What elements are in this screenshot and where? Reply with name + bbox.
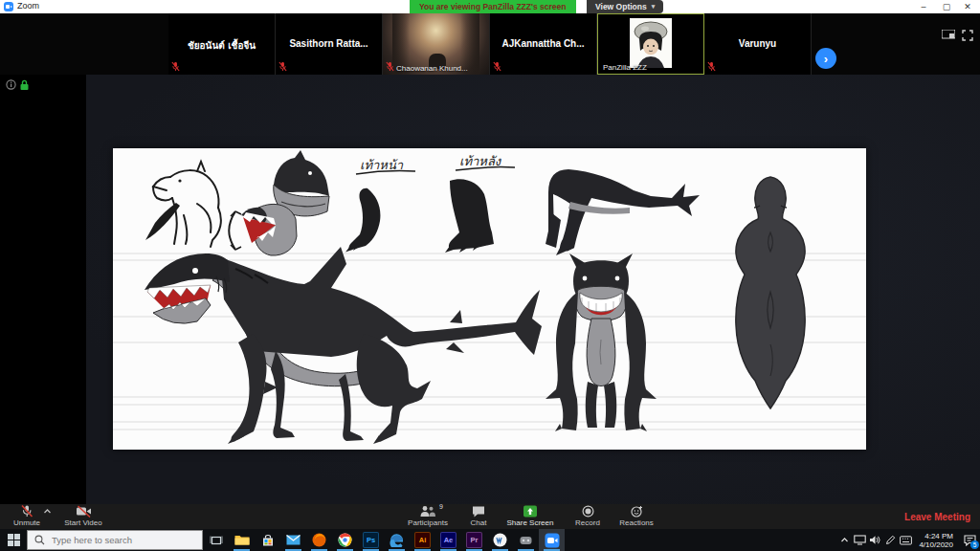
window-title: Zoom (17, 1, 39, 11)
taskbar-app-gray[interactable] (513, 529, 539, 551)
meeting-toolbar: Unmute Start Video 9 Participants (0, 504, 980, 529)
leave-meeting-label: Leave Meeting (904, 512, 970, 522)
record-button[interactable]: Record (567, 505, 609, 528)
tray-display[interactable] (852, 529, 867, 551)
annotation-labels: เท้าหน้า เท้าหลัง (356, 154, 515, 174)
notification-count-badge: 5 (970, 540, 979, 549)
taskbar-app-photoshop[interactable]: Ps (358, 529, 384, 551)
keyboard-icon (900, 536, 912, 545)
system-tray: 4:24 PM 4/10/2020 5 (836, 529, 980, 551)
participant-name: ชัยอนันต์ เชื้อจีน (168, 38, 275, 53)
taskbar-clock[interactable]: 4:24 PM 4/10/2020 (913, 532, 959, 549)
next-arrow-glyph: › (824, 52, 828, 66)
start-button[interactable] (0, 529, 27, 551)
taskbar-app-firefox[interactable] (306, 529, 332, 551)
taskbar-app-after-effects[interactable]: Ae (435, 529, 461, 551)
back-foot-label: เท้าหลัง (459, 154, 502, 168)
chat-label: Chat (471, 518, 487, 527)
next-participants-button[interactable]: › (815, 48, 836, 69)
taskbar-search-box[interactable] (27, 530, 203, 550)
taskbar-app-white-circle[interactable] (487, 529, 513, 551)
clock-date: 4/10/2020 (919, 540, 953, 549)
task-view-icon (210, 535, 223, 546)
character-sheet-canvas: เท้าหน้า เท้าหลัง (113, 148, 866, 450)
fullscreen-icon[interactable] (962, 30, 973, 41)
participant-tile[interactable]: ชัยอนันต์ เชื้อจีน (168, 13, 276, 75)
pen-icon (885, 535, 896, 545)
taskbar-app-edge[interactable] (384, 529, 410, 551)
participant-tile[interactable]: AJKannattha Ch... (490, 13, 597, 75)
photoshop-icon: Ps (363, 532, 379, 548)
record-label: Record (575, 518, 600, 527)
action-center-button[interactable]: 5 (959, 529, 980, 551)
taskbar-app-zoom[interactable] (539, 529, 565, 551)
mic-muted-icon (386, 61, 394, 72)
front-foot-study (345, 188, 380, 253)
participant-tile[interactable]: Sasithorn Ratta... (276, 13, 383, 75)
tray-volume[interactable] (867, 529, 882, 551)
taskbar-app-file-explorer[interactable] (229, 529, 255, 551)
top-view-silhouette (736, 177, 805, 408)
participants-button[interactable]: 9 Participants (402, 505, 454, 528)
pose-sketch (145, 162, 221, 247)
mail-icon (286, 535, 301, 545)
crouch-pose-silhouette (546, 169, 700, 255)
leave-meeting-button[interactable]: Leave Meeting (904, 504, 970, 529)
illustrator-icon: Ai (414, 532, 431, 548)
tray-chevron-up[interactable] (836, 529, 852, 551)
close-button[interactable]: ✕ (957, 0, 978, 13)
view-options-button[interactable]: View Options ▾ (587, 0, 663, 13)
task-view-button[interactable] (203, 529, 229, 551)
search-icon (34, 535, 45, 545)
unmute-label: Unmute (13, 518, 40, 527)
edge-icon (390, 533, 404, 547)
participant-strip: ชัยอนันต์ เชื้อจีน Sasithorn Ratta... Ch… (0, 13, 980, 75)
tray-pen[interactable] (882, 529, 898, 551)
taskbar-app-store[interactable] (255, 529, 280, 551)
mic-options-chevron[interactable] (40, 505, 54, 528)
chat-button[interactable]: Chat (461, 505, 496, 528)
start-video-label: Start Video (64, 518, 101, 527)
premiere-icon: Pr (466, 532, 482, 548)
taskbar-app-premiere[interactable]: Pr (461, 529, 487, 551)
chevron-up-icon (43, 505, 52, 518)
reactions-label: Reactions (619, 518, 654, 527)
search-input[interactable] (50, 534, 197, 546)
share-screen-button[interactable]: Share Screen (500, 505, 561, 528)
maximize-button[interactable]: ▢ (936, 0, 957, 13)
taskbar-app-mail[interactable] (280, 529, 306, 551)
share-screen-icon (523, 505, 538, 518)
participant-name: PanZilla ZZZ (603, 63, 647, 72)
character-sheet-artwork: เท้าหน้า เท้าหลัง (113, 148, 866, 450)
firefox-icon (312, 533, 326, 547)
info-icon[interactable] (6, 79, 16, 90)
windows-logo-icon (8, 534, 20, 546)
reactions-button[interactable]: Reactions (612, 505, 660, 528)
view-options-label: View Options (595, 2, 647, 11)
head-study-open (229, 204, 297, 255)
participant-name: Varunyu (704, 38, 811, 49)
participant-tile-active-speaker[interactable]: PanZilla ZZZ (597, 13, 704, 75)
taskbar-app-chrome[interactable] (332, 529, 358, 551)
record-icon (582, 505, 594, 518)
clock-time: 4:24 PM (919, 532, 953, 540)
zoom-window-titlebar: Zoom You are viewing PanZilla ZZZ's scre… (0, 0, 980, 13)
share-left-black-column (0, 75, 86, 504)
participants-count: 9 (439, 503, 443, 510)
encryption-lock-icon[interactable] (19, 79, 30, 91)
reactions-icon (631, 505, 643, 518)
chevron-down-icon: ▾ (652, 3, 656, 11)
speaker-view-icon[interactable] (942, 30, 955, 40)
speaker-icon (869, 535, 880, 545)
taskbar-app-illustrator[interactable]: Ai (410, 529, 435, 551)
share-screen-label: Share Screen (507, 518, 554, 527)
start-video-button[interactable]: Start Video (56, 505, 111, 528)
after-effects-icon: Ae (440, 532, 457, 548)
participant-tile-video[interactable]: Chaowanan Khund... (383, 13, 490, 75)
minimize-button[interactable]: – (913, 0, 934, 13)
panzilla-avatar (630, 18, 672, 68)
participant-tile[interactable]: Varunyu (704, 13, 812, 75)
chat-icon (472, 505, 485, 518)
tray-keyboard-language[interactable] (898, 529, 913, 551)
mic-muted-icon (707, 61, 716, 72)
